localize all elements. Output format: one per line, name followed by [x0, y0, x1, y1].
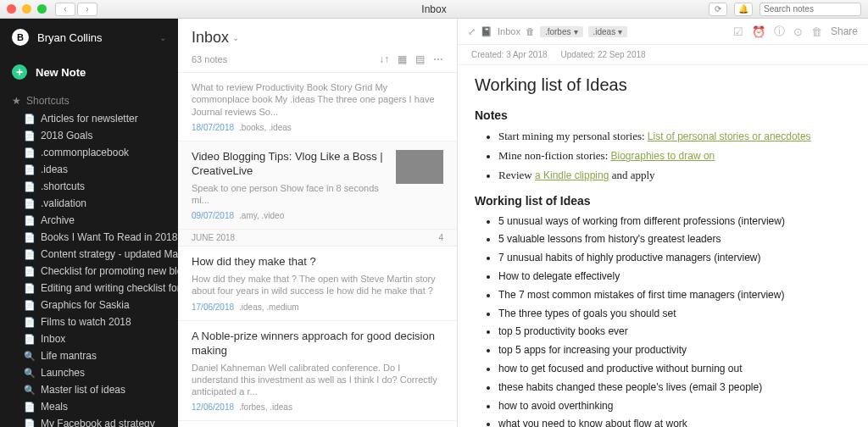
- reminder-icon[interactable]: ☑: [733, 25, 743, 38]
- notebook-title[interactable]: Inbox ⌄: [192, 29, 239, 47]
- note-icon: 📄: [24, 334, 34, 345]
- note-icon: 📄: [24, 164, 34, 175]
- close-icon[interactable]: [7, 4, 16, 14]
- sidebar-item-label: Articles for newsletter: [41, 113, 138, 125]
- note-link[interactable]: a Kindle clipping: [535, 169, 609, 181]
- sidebar-item[interactable]: 📄Editing and writing checklist for...: [0, 280, 178, 297]
- window-controls: [7, 4, 47, 14]
- sidebar-item[interactable]: 📄.validation: [0, 195, 178, 212]
- titlebar: ‹ › Inbox ⟳ 🔔: [0, 0, 868, 19]
- sidebar-item-label: Life mantras: [41, 350, 97, 362]
- note-content: ⤢ 📓 Inbox 🗑 .forbes ▾ .ideas ▾ ☑ ⏰ ⓘ ⊙ 🗑…: [458, 19, 868, 427]
- note-link[interactable]: List of personal stories or anecdotes: [648, 130, 811, 142]
- sidebar-item[interactable]: 📄Graphics for Saskia: [0, 297, 178, 313]
- sidebar-item[interactable]: 📄Inbox: [0, 330, 178, 347]
- note-item[interactable]: A Noble-prize winners approach for good …: [178, 321, 457, 422]
- account-switcher[interactable]: B Bryan Collins ⌄: [0, 19, 178, 56]
- sidebar-item[interactable]: 📄.shortcuts: [0, 178, 178, 195]
- sidebar-item-label: Inbox: [41, 333, 65, 345]
- list-item: how to get focused and productive withou…: [498, 362, 851, 376]
- minimize-icon[interactable]: [22, 4, 31, 14]
- chevron-down-icon: ⌄: [159, 33, 166, 42]
- note-item[interactable]: Video Blogging Tips: Vlog Like a Boss | …: [178, 141, 457, 230]
- note-list[interactable]: What to review Productivity Book Story G…: [178, 73, 457, 427]
- sync-icon[interactable]: ⟳: [709, 3, 727, 16]
- note-item-title: How did they make that ?: [192, 255, 443, 269]
- thumbnail: [396, 150, 443, 184]
- account-name: Bryan Collins: [37, 31, 151, 44]
- date-divider: JUNE 20184: [178, 230, 457, 247]
- tag-pill[interactable]: .forbes ▾: [540, 26, 583, 37]
- updated-date: Updated: 22 Sep 2018: [561, 50, 646, 59]
- note-icon: 🔍: [24, 368, 34, 379]
- sidebar-item[interactable]: 📄My Facebook ad strategy: [0, 415, 178, 427]
- sidebar-item[interactable]: 📄.commonplacebook: [0, 144, 178, 161]
- filter-icon[interactable]: ▤: [415, 53, 425, 65]
- sidebar-item[interactable]: 📄Archive: [0, 212, 178, 229]
- note-icon: 📄: [24, 300, 34, 311]
- sidebar-item[interactable]: 🔍Life mantras: [0, 347, 178, 364]
- sort-icon[interactable]: ↓↑: [379, 53, 389, 65]
- note-item-preview: Speak to one person Show face in 8 secon…: [192, 182, 389, 207]
- sidebar-item[interactable]: 📄Books I Want To Read in 2018: [0, 229, 178, 246]
- note-item-date: 12/06/2018: [192, 402, 234, 412]
- sidebar-item[interactable]: 📄2018 Goals: [0, 127, 178, 144]
- note-link[interactable]: Biographies to draw on: [611, 150, 715, 162]
- note-item[interactable]: Forbes ideasLinear progression vs norm f…: [178, 421, 457, 427]
- note-item[interactable]: What to review Productivity Book Story G…: [178, 73, 457, 141]
- trash-icon[interactable]: 🗑: [526, 26, 535, 36]
- zoom-icon[interactable]: [37, 4, 47, 14]
- sidebar-item[interactable]: 📄Meals: [0, 398, 178, 415]
- back-button[interactable]: ‹: [55, 3, 75, 16]
- note-item[interactable]: How did they make that ?How did they mak…: [178, 247, 457, 320]
- note-icon: 📄: [24, 147, 34, 158]
- note-icon: 🔍: [24, 351, 34, 362]
- breadcrumb: ⤢ 📓 Inbox 🗑 .forbes ▾ .ideas ▾ ☑ ⏰ ⓘ ⊙ 🗑…: [458, 19, 868, 45]
- alarm-icon[interactable]: ⏰: [752, 25, 765, 38]
- note-icon: 📄: [24, 402, 34, 413]
- more-icon[interactable]: ⋯: [433, 53, 443, 65]
- note-item-tags: .amy, .video: [239, 211, 284, 220]
- delete-icon[interactable]: 🗑: [811, 25, 822, 38]
- note-icon: 📄: [24, 130, 34, 141]
- note-item-tags: .ideas, .medium: [239, 302, 299, 312]
- list-item: 5 unusual ways of working from different…: [498, 214, 851, 229]
- share-button[interactable]: Share: [831, 25, 858, 37]
- sidebar-item[interactable]: 🔍Master list of ideas: [0, 381, 178, 398]
- note-icon: 📄: [24, 181, 34, 192]
- note-icon: 📄: [24, 232, 34, 243]
- note-item-date: 18/07/2018: [192, 123, 234, 132]
- new-note-button[interactable]: + New Note: [0, 56, 178, 88]
- list-item: these habits changed these people's live…: [498, 380, 851, 395]
- sidebar-item-label: Checklist for promoting new blo...: [41, 265, 178, 277]
- sidebar-item[interactable]: 📄Articles for newsletter: [0, 110, 178, 127]
- plus-icon: +: [12, 64, 27, 80]
- sidebar-item[interactable]: 📄Content strategy - updated Marc...: [0, 246, 178, 263]
- note-item-preview: Daniel Kahneman Well calibrated conferen…: [192, 362, 443, 398]
- info-icon[interactable]: ⓘ: [774, 24, 785, 39]
- note-item-tags: .books, .ideas: [239, 123, 292, 132]
- note-item-tags: .forbes, .ideas: [239, 402, 292, 412]
- bell-icon[interactable]: 🔔: [734, 3, 753, 16]
- list-item: how to avoid overthinking: [498, 399, 851, 413]
- note-icon: 📄: [24, 317, 34, 328]
- notebook-crumb[interactable]: Inbox: [498, 26, 520, 36]
- note-item-preview: How did they make that ? The open with S…: [192, 273, 443, 297]
- shortcuts-section: ★ Shortcuts: [0, 88, 178, 110]
- expand-icon[interactable]: ⤢: [468, 26, 476, 37]
- sidebar-item[interactable]: 📄Films to watch 2018: [0, 313, 178, 330]
- view-icon[interactable]: ▦: [398, 53, 407, 65]
- forward-button[interactable]: ›: [77, 3, 97, 16]
- sidebar-item[interactable]: 📄Checklist for promoting new blo...: [0, 263, 178, 280]
- sidebar-item[interactable]: 📄.ideas: [0, 161, 178, 178]
- chevron-down-icon: ⌄: [232, 33, 239, 42]
- tag-pill[interactable]: .ideas ▾: [588, 26, 628, 37]
- list-item: How to delegate effectively: [498, 269, 851, 284]
- sidebar-item-label: 2018 Goals: [41, 130, 92, 141]
- note-item-date: 17/06/2018: [192, 302, 234, 312]
- more-icon[interactable]: ⊙: [793, 25, 803, 38]
- search-input[interactable]: [760, 3, 861, 16]
- note-body[interactable]: Working list of Ideas Notes Start mining…: [458, 65, 868, 427]
- shortcuts-label: Shortcuts: [26, 95, 70, 107]
- sidebar-item[interactable]: 🔍Launches: [0, 364, 178, 381]
